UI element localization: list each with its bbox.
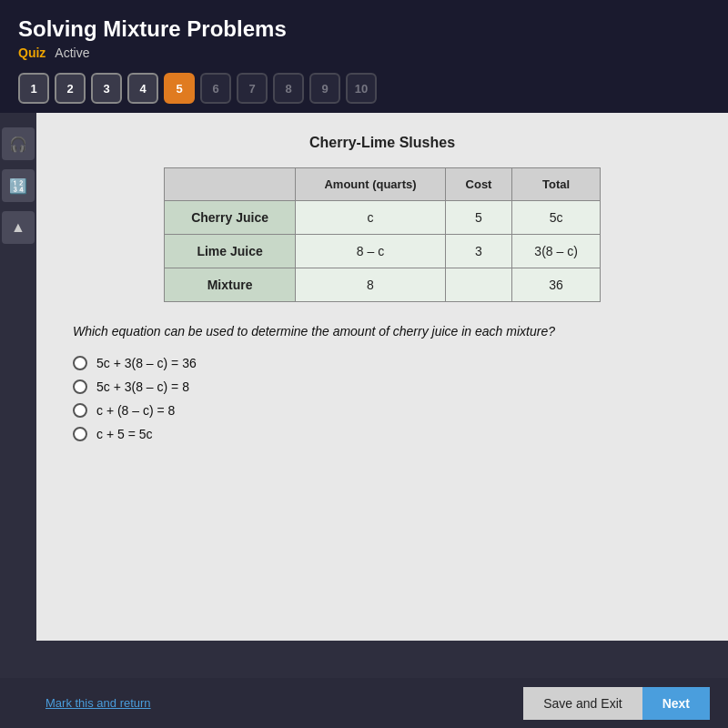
option-label-3: c + 5 = 5c [96, 427, 152, 441]
calculator-icon[interactable]: 🔢 [2, 169, 35, 202]
col-header-empty [165, 168, 296, 201]
row-cost-1: 3 [445, 235, 511, 268]
header: Solving Mixture Problems Quiz Active 123… [0, 0, 728, 113]
question-btn-2[interactable]: 2 [55, 73, 86, 104]
row-total-2: 36 [512, 268, 601, 302]
option-label-2: c + (8 – c) = 8 [96, 403, 175, 418]
table-row: Lime Juice8 – c33(8 – c) [165, 235, 601, 268]
row-label-0: Cherry Juice [165, 201, 296, 235]
table-row: Mixture836 [165, 268, 601, 302]
row-label-1: Lime Juice [165, 235, 296, 268]
table-wrapper: Amount (quarts) Cost Total Cherry Juicec… [73, 167, 692, 302]
option-2[interactable]: c + (8 – c) = 8 [73, 403, 692, 418]
active-label: Active [55, 46, 89, 60]
main-content: Cherry-Lime Slushes Amount (quarts) Cost… [36, 113, 728, 641]
option-3[interactable]: c + 5 = 5c [73, 427, 692, 441]
save-exit-button[interactable]: Save and Exit [523, 687, 642, 720]
col-header-cost: Cost [445, 168, 511, 201]
question-btn-5[interactable]: 5 [164, 73, 195, 104]
question-btn-8: 8 [273, 73, 304, 104]
page-title: Solving Mixture Problems [18, 16, 710, 42]
bottom-bar: Mark this and return Save and Exit Next [0, 678, 728, 728]
arrow-up-icon[interactable]: ▲ [2, 211, 35, 244]
next-button[interactable]: Next [642, 687, 710, 720]
table-row: Cherry Juicec55c [165, 201, 601, 235]
question-btn-1[interactable]: 1 [18, 73, 49, 104]
question-btn-7: 7 [237, 73, 268, 104]
row-cost-0: 5 [445, 201, 511, 235]
quiz-status: Quiz Active [18, 46, 710, 60]
row-total-1: 3(8 – c) [512, 235, 601, 268]
option-label-1: 5c + 3(8 – c) = 8 [96, 379, 189, 394]
row-amount-2: 8 [296, 268, 446, 302]
radio-3[interactable] [73, 427, 87, 441]
question-text: Which equation can be used to determine … [73, 322, 692, 341]
row-amount-0: c [296, 201, 446, 235]
question-btn-10: 10 [346, 73, 377, 104]
mixture-table: Amount (quarts) Cost Total Cherry Juicec… [164, 167, 601, 302]
answer-options: 5c + 3(8 – c) = 365c + 3(8 – c) = 8c + (… [73, 356, 692, 441]
radio-2[interactable] [73, 403, 87, 418]
table-header-row: Amount (quarts) Cost Total [165, 168, 601, 201]
bottom-buttons: Save and Exit Next [523, 687, 710, 720]
sidebar: 🎧 🔢 ▲ [0, 118, 36, 244]
radio-1[interactable] [73, 379, 87, 394]
question-btn-9: 9 [309, 73, 340, 104]
table-title: Cherry-Lime Slushes [73, 135, 692, 151]
row-total-0: 5c [512, 201, 601, 235]
option-1[interactable]: 5c + 3(8 – c) = 8 [73, 379, 692, 394]
question-btn-3[interactable]: 3 [91, 73, 122, 104]
question-btn-4[interactable]: 4 [127, 73, 158, 104]
row-label-2: Mixture [165, 268, 296, 302]
quiz-label: Quiz [18, 46, 46, 60]
question-numbers: 12345678910 [18, 73, 710, 104]
mark-return-link[interactable]: Mark this and return [46, 696, 151, 710]
row-amount-1: 8 – c [296, 235, 446, 268]
headphone-icon[interactable]: 🎧 [2, 127, 35, 160]
radio-0[interactable] [73, 356, 87, 370]
question-btn-6: 6 [200, 73, 231, 104]
option-0[interactable]: 5c + 3(8 – c) = 36 [73, 356, 692, 370]
col-header-total: Total [512, 168, 601, 201]
row-cost-2 [445, 268, 511, 302]
screen: Solving Mixture Problems Quiz Active 123… [0, 0, 728, 728]
option-label-0: 5c + 3(8 – c) = 36 [96, 356, 197, 370]
col-header-amount: Amount (quarts) [296, 168, 446, 201]
